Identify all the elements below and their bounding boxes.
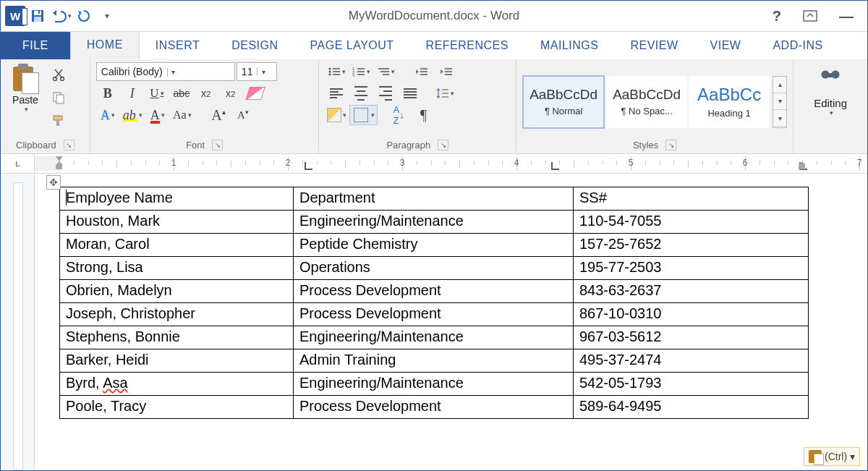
table-row[interactable]: Joseph, ChristopherProcess Development86…	[60, 303, 809, 326]
styles-scroll-up-icon[interactable]: ▴	[773, 77, 786, 93]
table-row[interactable]: Moran, CarolPeptide Chemistry157-25-7652	[60, 234, 809, 257]
table-cell[interactable]: Peptide Chemistry	[294, 234, 574, 257]
table-cell[interactable]: Barker, Heidi	[60, 349, 294, 373]
table-cell[interactable]: Joseph, Christopher	[60, 303, 294, 326]
table-cell[interactable]: Moran, Carol	[60, 234, 294, 257]
table-row[interactable]: Barker, HeidiAdmin Training495-37-2474	[60, 349, 809, 373]
highlight-button[interactable]: ab▾	[121, 106, 145, 124]
sort-button[interactable]: AZ↓	[387, 106, 410, 124]
tab-review[interactable]: REVIEW	[614, 32, 694, 59]
copy-icon[interactable]	[47, 88, 70, 107]
table-cell[interactable]: 110-54-7055	[574, 211, 809, 234]
superscript-button[interactable]: x2	[219, 84, 242, 103]
table-row[interactable]: Poole, TracyProcess Development589-64-94…	[60, 396, 809, 419]
tab-page-layout[interactable]: PAGE LAYOUT	[294, 32, 410, 59]
tab-view[interactable]: VIEW	[694, 32, 757, 59]
page[interactable]: ✥ Employee NameDepartmentSS#Houston, Mar…	[35, 174, 867, 470]
qat-customize-icon[interactable]: ▾	[96, 5, 118, 27]
tab-design[interactable]: DESIGN	[216, 32, 294, 59]
styles-expand-icon[interactable]: ▾	[773, 110, 786, 127]
table-row[interactable]: Obrien, MadelynProcess Development843-63…	[60, 280, 809, 303]
help-icon[interactable]: ?	[768, 7, 786, 26]
table-move-handle-icon[interactable]: ✥	[46, 175, 61, 190]
justify-button[interactable]	[399, 84, 422, 103]
table-cell[interactable]: 967-03-5612	[574, 326, 809, 349]
table-cell[interactable]: Engineering/Maintenance	[294, 326, 574, 349]
document-table[interactable]: Employee NameDepartmentSS#Houston, MarkE…	[59, 187, 809, 419]
paste-dropdown-icon[interactable]: ▾	[25, 106, 28, 113]
cut-icon[interactable]	[47, 65, 70, 84]
paste-options-button[interactable]: (Ctrl) ▾	[804, 447, 860, 466]
table-row[interactable]: Strong, LisaOperations195-77-2503	[60, 257, 809, 280]
shrink-font-button[interactable]: A▾	[231, 106, 255, 124]
table-cell[interactable]: 867-10-0310	[574, 303, 809, 326]
line-spacing-button[interactable]: ▾	[433, 84, 456, 103]
font-name-combo[interactable]: Calibri (Body) ▾	[96, 62, 235, 81]
table-cell[interactable]: 495-37-2474	[574, 349, 809, 373]
strikethrough-button[interactable]: abc	[170, 84, 193, 103]
tab-insert[interactable]: INSERT	[140, 32, 216, 59]
tab-file[interactable]: FILE	[1, 32, 70, 59]
repeat-icon[interactable]	[73, 5, 95, 27]
ribbon-options-icon[interactable]	[799, 9, 822, 23]
show-hide-button[interactable]: ¶	[412, 106, 435, 124]
style-item[interactable]: AaBbCcHeading 1	[689, 76, 770, 128]
tab-selector[interactable]: ʟ	[1, 154, 35, 173]
table-row[interactable]: Byrd, AsaEngineering/Maintenance542-05-1…	[60, 373, 809, 396]
find-button[interactable]	[818, 67, 843, 82]
table-cell[interactable]: Operations	[294, 257, 574, 280]
minimize-icon[interactable]: —	[835, 7, 857, 26]
table-cell[interactable]: 195-77-2503	[574, 257, 809, 280]
table-row[interactable]: Stephens, BonnieEngineering/Maintenance9…	[60, 326, 809, 349]
italic-button[interactable]: I	[121, 84, 144, 103]
table-cell[interactable]: 542-05-1793	[574, 373, 809, 396]
underline-button[interactable]: U▾	[145, 84, 169, 103]
chevron-down-icon[interactable]: ▾	[257, 68, 269, 76]
grow-font-button[interactable]: A▴	[207, 106, 230, 124]
table-cell[interactable]: Process Development	[294, 280, 574, 303]
font-launcher-icon[interactable]: ↘	[212, 140, 223, 150]
chevron-down-icon[interactable]: ▾	[167, 68, 179, 76]
subscript-button[interactable]: x2	[195, 84, 218, 103]
undo-icon[interactable]: ▾	[50, 5, 72, 27]
decrease-indent-button[interactable]	[410, 62, 433, 81]
style-item[interactable]: AaBbCcDd¶ No Spac...	[606, 76, 687, 128]
format-painter-icon[interactable]	[47, 111, 70, 130]
table-cell[interactable]: Engineering/Maintenance	[294, 373, 574, 396]
font-color-button[interactable]: A▾	[146, 106, 169, 124]
tab-add-ins[interactable]: ADD-INS	[757, 32, 838, 59]
table-cell[interactable]: Poole, Tracy	[60, 396, 294, 419]
bold-button[interactable]: B	[96, 84, 119, 103]
table-header-row[interactable]: Employee NameDepartmentSS#	[60, 187, 809, 211]
table-cell[interactable]: Byrd, Asa	[60, 373, 294, 396]
table-cell[interactable]: 843-63-2637	[574, 280, 809, 303]
font-size-combo[interactable]: 11 ▾	[237, 62, 277, 81]
table-cell[interactable]: Process Development	[294, 396, 574, 419]
align-center-button[interactable]	[349, 84, 373, 103]
horizontal-ruler[interactable]: 1234567	[35, 156, 867, 171]
paste-button[interactable]: Paste ▾	[7, 62, 44, 113]
paragraph-launcher-icon[interactable]: ↘	[438, 140, 448, 150]
borders-button[interactable]: ▾	[350, 106, 377, 124]
vertical-ruler[interactable]	[1, 174, 35, 470]
multilevel-list-button[interactable]: ▾	[374, 62, 397, 81]
table-cell[interactable]: Process Development	[294, 303, 574, 326]
save-icon[interactable]	[27, 5, 48, 27]
table-cell[interactable]: Admin Training	[294, 349, 574, 373]
word-app-icon[interactable]: W	[5, 6, 25, 26]
numbering-button[interactable]: 123▾	[349, 62, 373, 81]
table-cell[interactable]: 589-64-9495	[574, 396, 809, 419]
editing-dropdown-icon[interactable]: ▾	[830, 109, 833, 116]
tab-mailings[interactable]: MAILINGS	[524, 32, 614, 59]
styles-gallery[interactable]: AaBbCcDd¶ NormalAaBbCcDd¶ No Spac...AaBb…	[522, 75, 770, 129]
styles-scroll-down-icon[interactable]: ▾	[773, 93, 786, 110]
increase-indent-button[interactable]	[435, 62, 458, 81]
table-cell[interactable]: Strong, Lisa	[60, 257, 294, 280]
table-row[interactable]: Houston, MarkEngineering/Maintenance110-…	[60, 211, 809, 234]
styles-scroll[interactable]: ▴ ▾ ▾	[773, 76, 787, 128]
table-header-cell[interactable]: Department	[294, 187, 574, 211]
table-cell[interactable]: Stephens, Bonnie	[60, 326, 294, 349]
table-cell[interactable]: 157-25-7652	[574, 234, 809, 257]
shading-button[interactable]: ▾	[325, 106, 349, 124]
style-item[interactable]: AaBbCcDd¶ Normal	[522, 75, 605, 129]
